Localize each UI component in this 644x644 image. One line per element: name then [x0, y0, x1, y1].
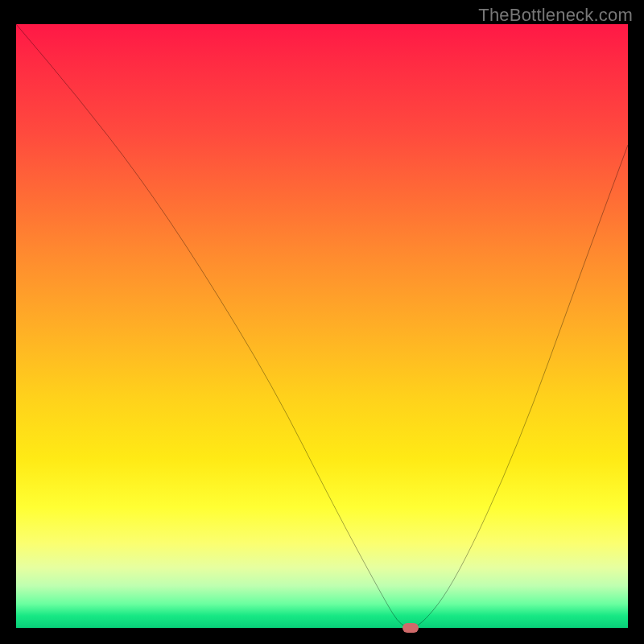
watermark-text: TheBottleneck.com [478, 5, 633, 26]
chart-frame: TheBottleneck.com [0, 0, 644, 644]
bottleneck-curve [16, 24, 628, 628]
plot-area [16, 24, 628, 628]
optimal-point-marker [402, 623, 419, 633]
